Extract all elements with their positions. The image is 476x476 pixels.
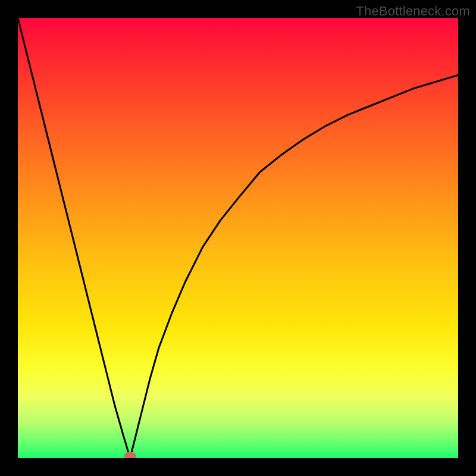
gradient-background [18,18,458,458]
watermark-text: TheBottleneck.com [356,4,470,19]
chart-svg [18,18,458,458]
plot-area [18,18,458,458]
chart-frame: TheBottleneck.com [0,0,476,476]
